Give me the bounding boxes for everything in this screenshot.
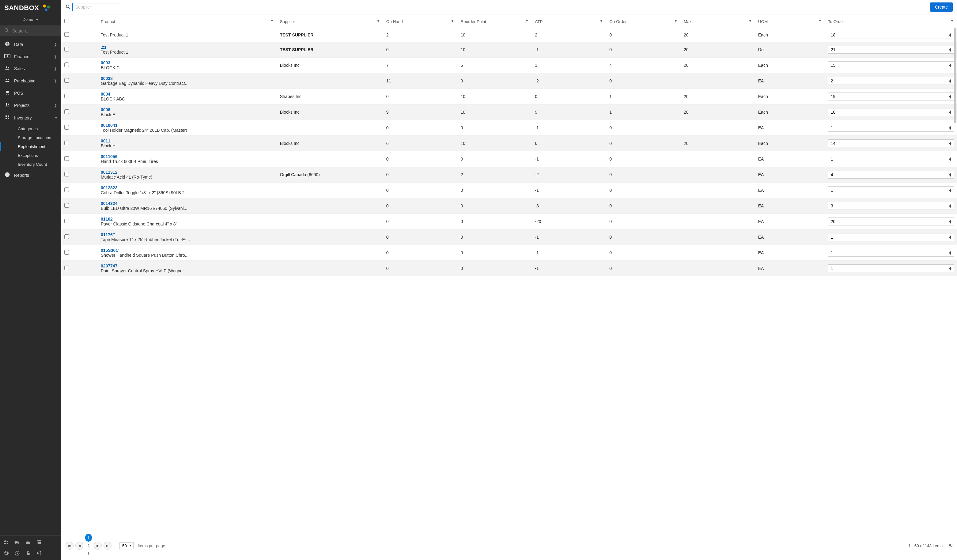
- sku-link[interactable]: 0011: [101, 139, 274, 144]
- sidebar-item-data[interactable]: Data❯: [0, 38, 61, 51]
- row-checkbox[interactable]: [64, 250, 69, 255]
- to-order-input[interactable]: [828, 31, 954, 39]
- lock-icon[interactable]: [25, 550, 32, 557]
- scrollbar[interactable]: [954, 28, 956, 123]
- to-order-input[interactable]: [828, 46, 954, 54]
- to-order-input[interactable]: [828, 264, 954, 272]
- page-prev-button[interactable]: ◀: [75, 542, 83, 550]
- sidebar-item-pos[interactable]: POS: [0, 87, 61, 99]
- filter-icon[interactable]: [749, 19, 752, 24]
- column-header[interactable]: To Order: [825, 14, 957, 28]
- row-checkbox[interactable]: [64, 219, 69, 223]
- sku-link[interactable]: 0010041: [101, 123, 274, 128]
- row-checkbox[interactable]: [64, 172, 69, 177]
- logo[interactable]: SANDBOX: [0, 0, 61, 15]
- sidebar-search-input[interactable]: [12, 28, 66, 33]
- page-last-button[interactable]: ⏭: [104, 542, 112, 550]
- filter-icon[interactable]: [525, 19, 529, 24]
- to-order-input[interactable]: [828, 155, 954, 163]
- org-selector[interactable]: Demo ▼: [0, 15, 61, 25]
- to-order-input[interactable]: [828, 186, 954, 194]
- column-header[interactable]: Product: [98, 14, 277, 28]
- sku-link[interactable]: 0014324: [101, 201, 274, 206]
- refresh-icon[interactable]: ↻: [949, 543, 953, 549]
- row-checkbox[interactable]: [64, 266, 69, 270]
- select-all-checkbox[interactable]: [64, 19, 69, 23]
- to-order-input[interactable]: [828, 77, 954, 85]
- factory-icon[interactable]: [25, 539, 32, 546]
- to-order-input[interactable]: [828, 139, 954, 147]
- to-order-input[interactable]: [828, 202, 954, 210]
- row-checkbox[interactable]: [64, 94, 69, 98]
- to-order-input[interactable]: [828, 108, 954, 116]
- page-number-button[interactable]: 2: [85, 542, 92, 550]
- filter-icon[interactable]: [451, 19, 454, 24]
- to-order-input[interactable]: [828, 93, 954, 101]
- truck-icon[interactable]: [13, 539, 21, 546]
- sidebar-item-inventory[interactable]: Inventory▾: [0, 112, 61, 125]
- column-header[interactable]: ATP: [532, 14, 606, 28]
- sku-link[interactable]: 015S30C: [101, 248, 274, 253]
- row-checkbox[interactable]: [64, 63, 69, 67]
- sidebar-item-projects[interactable]: Projects❯: [0, 99, 61, 112]
- sidebar-item-sales[interactable]: Sales❯: [0, 63, 61, 75]
- column-header[interactable]: Max: [681, 14, 755, 28]
- sku-link[interactable]: 0006: [101, 107, 274, 112]
- to-order-input[interactable]: [828, 233, 954, 241]
- sku-link[interactable]: 0003: [101, 60, 274, 65]
- sku-link[interactable]: 0011312: [101, 170, 274, 175]
- row-checkbox[interactable]: [64, 47, 69, 52]
- sku-link[interactable]: 0012823: [101, 185, 274, 190]
- row-checkbox[interactable]: [64, 156, 69, 161]
- filter-icon[interactable]: [818, 19, 822, 24]
- filter-icon[interactable]: [674, 19, 677, 24]
- clock-icon[interactable]: [13, 550, 21, 557]
- to-order-input[interactable]: [828, 61, 954, 69]
- filter-icon[interactable]: [600, 19, 603, 24]
- to-order-input[interactable]: [828, 170, 954, 178]
- page-number-button[interactable]: 3: [85, 550, 92, 558]
- row-checkbox[interactable]: [64, 234, 69, 239]
- archive-icon[interactable]: [36, 539, 43, 546]
- logout-icon[interactable]: [36, 550, 43, 557]
- filter-icon[interactable]: [270, 19, 274, 24]
- sku-link[interactable]: 01176T: [101, 232, 274, 237]
- row-checkbox[interactable]: [64, 140, 69, 145]
- filter-icon[interactable]: [376, 19, 380, 24]
- supplier-search-input[interactable]: [72, 3, 121, 11]
- sidebar-item-purchasing[interactable]: Purchasing❯: [0, 75, 61, 87]
- to-order-input[interactable]: [828, 218, 954, 226]
- sku-link[interactable]: .z1: [101, 45, 274, 50]
- sidebar-subitem-categories[interactable]: Categories: [13, 125, 61, 133]
- column-header[interactable]: UOM: [755, 14, 825, 28]
- sidebar-item-finance[interactable]: Finance❯: [0, 51, 61, 63]
- to-order-input[interactable]: [828, 249, 954, 257]
- row-checkbox[interactable]: [64, 78, 69, 83]
- sidebar-subitem-exceptions[interactable]: Exceptions: [13, 151, 61, 160]
- sku-link[interactable]: 01102: [101, 216, 274, 221]
- column-header[interactable]: On Hand: [383, 14, 458, 28]
- column-header[interactable]: Reorder Point: [457, 14, 532, 28]
- page-size-select[interactable]: 50: [120, 542, 134, 549]
- row-checkbox[interactable]: [64, 32, 69, 37]
- users-icon[interactable]: [2, 539, 10, 546]
- column-header[interactable]: Supplier: [277, 14, 383, 28]
- page-number-button[interactable]: 1: [85, 534, 92, 542]
- sidebar-item-reports[interactable]: Reports: [0, 169, 61, 181]
- row-checkbox[interactable]: [64, 109, 69, 114]
- sku-link[interactable]: 0297747: [101, 263, 274, 268]
- page-next-button[interactable]: ▶: [94, 542, 102, 550]
- column-header[interactable]: On Order: [606, 14, 681, 28]
- sidebar-subitem-storage-locations[interactable]: Storage Locations: [13, 133, 61, 142]
- sku-link[interactable]: 0004: [101, 91, 274, 96]
- gear-icon[interactable]: [2, 550, 10, 557]
- sku-link[interactable]: 00038: [101, 76, 274, 81]
- filter-icon[interactable]: [950, 19, 954, 24]
- page-first-button[interactable]: ⏮: [66, 542, 74, 550]
- row-checkbox[interactable]: [64, 125, 69, 129]
- sidebar-subitem-inventory-count[interactable]: Inventory Count: [13, 160, 61, 169]
- row-checkbox[interactable]: [64, 203, 69, 208]
- sidebar-subitem-replenishment[interactable]: Replenishment: [13, 142, 61, 151]
- to-order-input[interactable]: [828, 124, 954, 132]
- create-button[interactable]: Create: [930, 2, 953, 12]
